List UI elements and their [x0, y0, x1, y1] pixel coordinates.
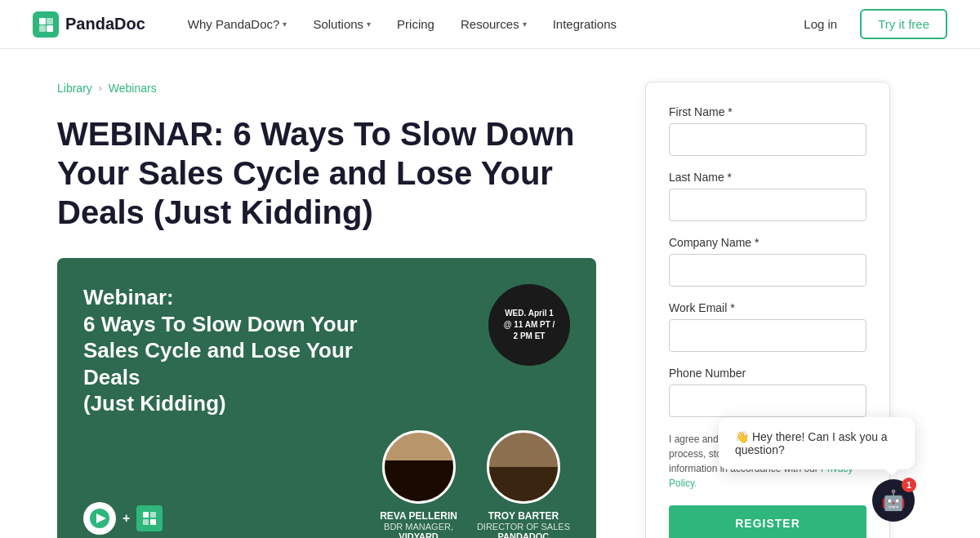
breadcrumb-separator: ›	[99, 82, 102, 94]
nav-actions: Log in Try it free	[794, 9, 947, 39]
svg-rect-2	[39, 25, 46, 32]
chat-bot-icon: 🤖	[881, 489, 906, 512]
work-email-input[interactable]	[669, 319, 866, 352]
svg-rect-6	[150, 512, 156, 518]
first-name-field: First Name *	[669, 105, 866, 156]
svg-rect-7	[143, 519, 149, 525]
banner-title: Webinar: 6 Ways To Slow Down Your Sales …	[83, 284, 361, 417]
speaker-reva-role: BDR MANAGER,	[380, 522, 457, 531]
speaker-troy-company: PANDADOC	[477, 531, 570, 539]
svg-rect-5	[143, 512, 149, 518]
phone-label: Phone Number	[669, 367, 866, 380]
breadcrumb-current: Webinars	[109, 82, 157, 95]
nav-item-solutions[interactable]: Solutions ▾	[303, 11, 381, 38]
chat-widget: 👋 Hey there! Can I ask you a question? 🤖…	[719, 417, 915, 522]
logo-link[interactable]: PandaDoc	[33, 11, 145, 38]
banner-logos: +	[83, 502, 163, 535]
svg-rect-0	[39, 18, 46, 24]
last-name-label: Last Name *	[669, 171, 866, 184]
banner-bottom-area: +	[83, 430, 570, 539]
company-name-input[interactable]	[669, 254, 866, 287]
banner-date-badge: WED. April 1 @ 11 AM PT / 2 PM ET	[488, 284, 570, 366]
chevron-down-icon: ▾	[367, 20, 371, 29]
chat-badge: 1	[902, 478, 916, 492]
last-name-input[interactable]	[669, 189, 866, 221]
breadcrumb-library[interactable]: Library	[57, 82, 92, 95]
svg-rect-8	[150, 519, 156, 525]
phone-field: Phone Number	[669, 367, 866, 417]
webinar-banner: Webinar: 6 Ways To Slow Down Your Sales …	[57, 258, 596, 538]
banner-date-line1: WED. April 1	[505, 308, 554, 319]
work-email-field: Work Email *	[669, 301, 866, 352]
work-email-label: Work Email *	[669, 301, 866, 314]
vidyard-logo	[83, 502, 116, 535]
last-name-field: Last Name *	[669, 171, 866, 221]
plus-icon: +	[122, 511, 130, 526]
page-title: WEBINAR: 6 Ways To Slow Down Your Sales …	[57, 114, 596, 232]
speaker-troy: TROY BARTER DIRECTOR OF SALES PANDADOC	[477, 430, 570, 539]
chevron-down-icon: ▾	[283, 20, 287, 29]
speaker-avatar-reva	[382, 430, 456, 504]
logo-wordmark: PandaDoc	[65, 15, 145, 33]
speaker-reva: REVA PELLERIN BDR MANAGER, VIDYARD	[380, 430, 457, 539]
svg-rect-3	[47, 25, 53, 32]
speaker-reva-company: VIDYARD	[380, 531, 457, 539]
nav-item-pricing[interactable]: Pricing	[387, 11, 444, 38]
speaker-troy-role: DIRECTOR OF SALES	[477, 522, 570, 531]
speaker-reva-info: REVA PELLERIN BDR MANAGER, VIDYARD	[380, 510, 457, 539]
banner-date-line2: @ 11 AM PT /	[504, 319, 555, 331]
speaker-troy-name: TROY BARTER	[477, 510, 570, 522]
first-name-input[interactable]	[669, 123, 866, 156]
first-name-label: First Name *	[669, 105, 866, 118]
speakers-row: REVA PELLERIN BDR MANAGER, VIDYARD TROY …	[380, 430, 570, 539]
chat-bot-button[interactable]: 🤖 1	[872, 479, 915, 522]
nav-item-resources[interactable]: Resources ▾	[451, 11, 537, 38]
chat-bubble: 👋 Hey there! Can I ask you a question?	[719, 417, 915, 469]
left-column: Library › Webinars WEBINAR: 6 Ways To Sl…	[57, 82, 596, 538]
pandadoc-logo-small	[136, 505, 163, 531]
logo-icon	[33, 11, 59, 38]
nav-item-why[interactable]: Why PandaDoc? ▾	[178, 11, 297, 38]
phone-input[interactable]	[669, 385, 866, 417]
banner-date-line3: 2 PM ET	[514, 331, 546, 342]
nav-item-integrations[interactable]: Integrations	[543, 11, 626, 38]
svg-rect-1	[47, 18, 53, 24]
speaker-troy-info: TROY BARTER DIRECTOR OF SALES PANDADOC	[477, 510, 570, 539]
chevron-down-icon: ▾	[523, 20, 527, 29]
speaker-avatar-troy	[487, 430, 560, 504]
nav-links: Why PandaDoc? ▾ Solutions ▾ Pricing Reso…	[178, 11, 795, 38]
try-free-button[interactable]: Try it free	[860, 9, 947, 39]
login-button[interactable]: Log in	[794, 11, 847, 38]
navbar: PandaDoc Why PandaDoc? ▾ Solutions ▾ Pri…	[0, 0, 980, 49]
company-name-label: Company Name *	[669, 236, 866, 249]
company-name-field: Company Name *	[669, 236, 866, 287]
speaker-reva-name: REVA PELLERIN	[380, 510, 457, 522]
breadcrumb: Library › Webinars	[57, 82, 596, 95]
